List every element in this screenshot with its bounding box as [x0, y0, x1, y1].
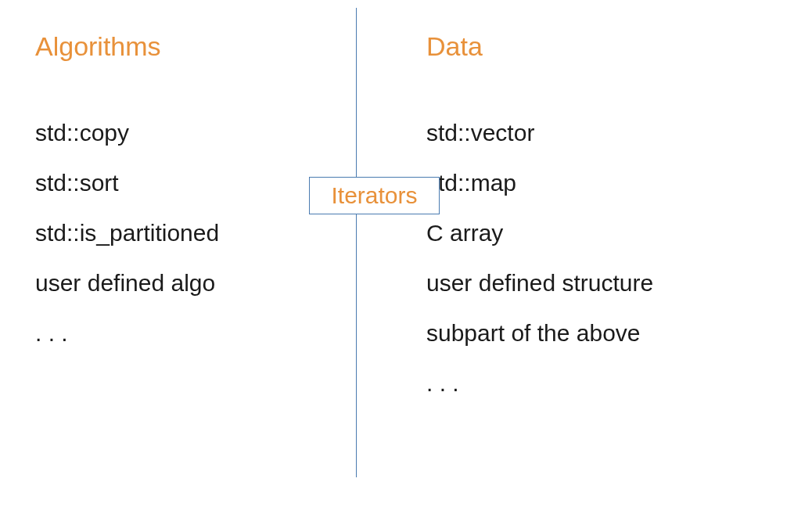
- data-item: user defined structure: [426, 267, 771, 300]
- data-item: subpart of the above: [426, 317, 771, 350]
- diagram-container: Algorithms std::copy std::sort std::is_p…: [0, 0, 812, 518]
- algorithms-column: Algorithms std::copy std::sort std::is_p…: [35, 31, 317, 367]
- algorithms-heading: Algorithms: [35, 31, 317, 62]
- vertical-divider: [356, 8, 357, 477]
- algorithm-item: std::copy: [35, 117, 317, 149]
- algorithm-item: std::sort: [35, 167, 317, 200]
- algorithm-item: std::is_partitioned: [35, 217, 317, 250]
- algorithm-item: user defined algo: [35, 267, 317, 300]
- data-item: C array: [426, 217, 771, 250]
- data-column: Data std::vector std::map C array user d…: [426, 31, 771, 417]
- data-heading: Data: [426, 31, 771, 62]
- iterators-box: Iterators: [309, 177, 440, 214]
- algorithm-item: . . .: [35, 317, 317, 350]
- data-item: std::vector: [426, 117, 771, 149]
- iterators-label: Iterators: [331, 182, 417, 209]
- data-item: std::map: [426, 167, 771, 200]
- data-item: . . .: [426, 367, 771, 400]
